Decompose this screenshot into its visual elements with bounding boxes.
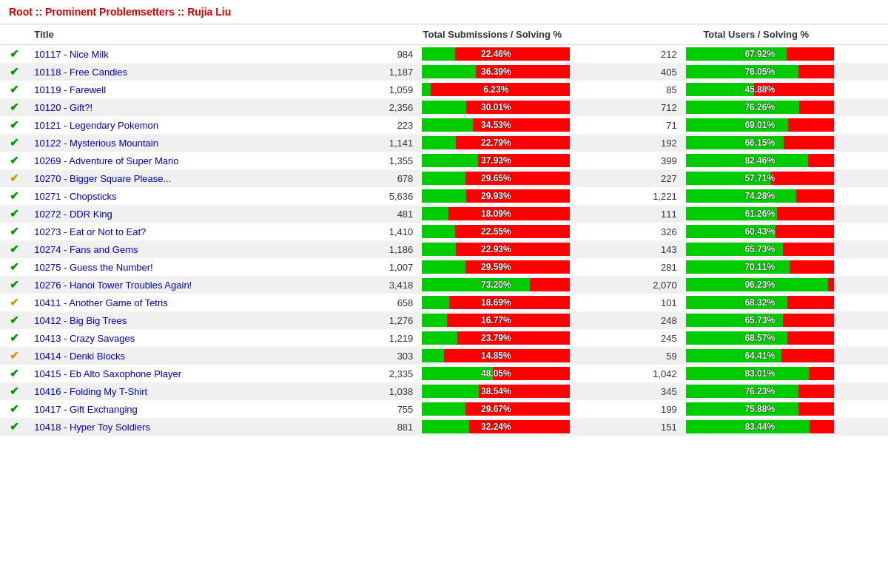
solved-icon: ✔: [0, 81, 28, 98]
problem-title[interactable]: 10272 - DDR King: [28, 205, 360, 223]
submission-count: 984: [360, 45, 419, 64]
submission-count: 1,219: [360, 329, 419, 347]
submission-bar: 16.77%: [419, 311, 624, 329]
user-bar: 83.44%: [683, 418, 888, 436]
solved-icon: ✔: [0, 187, 28, 205]
problem-title[interactable]: 10413 - Crazy Savages: [28, 329, 360, 347]
submission-bar: 14.85%: [419, 347, 624, 365]
submission-count: 2,335: [360, 365, 419, 382]
user-count: 227: [625, 169, 683, 187]
submission-bar: 34.53%: [419, 116, 624, 134]
user-count: 212: [625, 45, 683, 64]
solved-icon: ✔: [0, 294, 28, 311]
table-row: ✔10414 - Denki Blocks30314.85%5964.41%: [0, 347, 888, 365]
solved-icon: ✔: [0, 347, 28, 365]
table-row: ✔10269 - Adventure of Super Mario1,35537…: [0, 152, 888, 169]
problem-title[interactable]: 10276 - Hanoi Tower Troubles Again!: [28, 276, 360, 294]
solved-icon: ✔: [0, 276, 28, 294]
table-row: ✔10274 - Fans and Gems1,18622.93%14365.7…: [0, 240, 888, 258]
table-row: ✔10121 - Legendary Pokemon22334.53%7169.…: [0, 116, 888, 134]
table-row: ✔10413 - Crazy Savages1,21923.79%24568.5…: [0, 329, 888, 347]
problem-title[interactable]: 10117 - Nice Milk: [28, 45, 360, 64]
table-row: ✔10412 - Big Big Trees1,27616.77%24865.7…: [0, 311, 888, 329]
submission-count: 3,418: [360, 276, 419, 294]
solved-icon: ✔: [0, 63, 28, 81]
user-bar: 74.28%: [683, 187, 888, 205]
submission-bar: 22.79%: [419, 134, 624, 152]
table-row: ✔10415 - Eb Alto Saxophone Player2,33548…: [0, 365, 888, 382]
problem-title[interactable]: 10120 - Gift?!: [28, 98, 360, 116]
problem-title[interactable]: 10119 - Farewell: [28, 81, 360, 98]
submission-bar: 23.79%: [419, 329, 624, 347]
user-count: 345: [625, 382, 683, 400]
submission-bar: 22.93%: [419, 240, 624, 258]
submission-count: 2,356: [360, 98, 419, 116]
problem-title[interactable]: 10417 - Gift Exchanging: [28, 400, 360, 418]
solved-icon: ✔: [0, 134, 28, 152]
problem-title[interactable]: 10415 - Eb Alto Saxophone Player: [28, 365, 360, 382]
submission-bar: 37.93%: [419, 152, 624, 169]
solved-icon: ✔: [0, 240, 28, 258]
user-bar: 70.11%: [683, 258, 888, 276]
submission-count: 678: [360, 169, 419, 187]
solved-icon: ✔: [0, 98, 28, 116]
submission-count: 1,187: [360, 63, 419, 81]
problem-title[interactable]: 10414 - Denki Blocks: [28, 347, 360, 365]
submission-bar: 6.23%: [419, 81, 624, 98]
table-row: ✔10117 - Nice Milk98422.46%21267.92%: [0, 45, 888, 64]
submission-count: 1,007: [360, 258, 419, 276]
user-bar: 76.23%: [683, 382, 888, 400]
submission-count: 1,141: [360, 134, 419, 152]
submission-count: 1,059: [360, 81, 419, 98]
user-count: 199: [625, 400, 683, 418]
solved-icon: ✔: [0, 258, 28, 276]
submission-bar: 18.09%: [419, 205, 624, 223]
problem-title[interactable]: 10275 - Guess the Number!: [28, 258, 360, 276]
user-count: 712: [625, 98, 683, 116]
user-bar: 66.15%: [683, 134, 888, 152]
solved-icon: ✔: [0, 45, 28, 64]
submission-count: 1,038: [360, 382, 419, 400]
submission-count: 481: [360, 205, 419, 223]
table-row: ✔10118 - Free Candies1,18736.39%40576.05…: [0, 63, 888, 81]
submission-bar: 22.55%: [419, 223, 624, 240]
solved-icon: ✔: [0, 400, 28, 418]
table-row: ✔10417 - Gift Exchanging75529.67%19975.8…: [0, 400, 888, 418]
user-bar: 68.57%: [683, 329, 888, 347]
submission-count: 881: [360, 418, 419, 436]
table-row: ✔10119 - Farewell1,0596.23%8545.88%: [0, 81, 888, 98]
problem-title[interactable]: 10411 - Another Game of Tetris: [28, 294, 360, 311]
problem-title[interactable]: 10270 - Bigger Square Please...: [28, 169, 360, 187]
user-bar: 61.26%: [683, 205, 888, 223]
problem-title[interactable]: 10418 - Hyper Toy Soldiers: [28, 418, 360, 436]
user-bar: 76.05%: [683, 63, 888, 81]
problem-title[interactable]: 10416 - Folding My T-Shirt: [28, 382, 360, 400]
problem-title[interactable]: 10412 - Big Big Trees: [28, 311, 360, 329]
sub-col-header: Total Submissions / Solving %: [360, 24, 624, 45]
problem-title[interactable]: 10271 - Chopsticks: [28, 187, 360, 205]
problem-title[interactable]: 10269 - Adventure of Super Mario: [28, 152, 360, 169]
user-bar: 69.01%: [683, 116, 888, 134]
submission-bar: 38.54%: [419, 382, 624, 400]
table-row: ✔10272 - DDR King48118.09%11161.26%: [0, 205, 888, 223]
submission-bar: 48.05%: [419, 365, 624, 382]
user-bar: 57.71%: [683, 169, 888, 187]
user-bar: 67.92%: [683, 45, 888, 64]
problem-title[interactable]: 10273 - Eat or Not to Eat?: [28, 223, 360, 240]
user-count: 281: [625, 258, 683, 276]
user-count: 151: [625, 418, 683, 436]
breadcrumb: Root :: Prominent Problemsetters :: Ruji…: [0, 0, 888, 24]
user-bar: 60.43%: [683, 223, 888, 240]
problem-title[interactable]: 10121 - Legendary Pokemon: [28, 116, 360, 134]
icon-col-header: [0, 24, 28, 45]
problem-title[interactable]: 10274 - Fans and Gems: [28, 240, 360, 258]
problem-title[interactable]: 10122 - Mysterious Mountain: [28, 134, 360, 152]
user-count: 143: [625, 240, 683, 258]
users-col-header: Total Users / Solving %: [625, 24, 888, 45]
table-row: ✔10270 - Bigger Square Please...67829.65…: [0, 169, 888, 187]
title-col-header: Title: [28, 24, 360, 45]
user-bar: 96.23%: [683, 276, 888, 294]
user-count: 101: [625, 294, 683, 311]
problem-title[interactable]: 10118 - Free Candies: [28, 63, 360, 81]
user-bar: 64.41%: [683, 347, 888, 365]
